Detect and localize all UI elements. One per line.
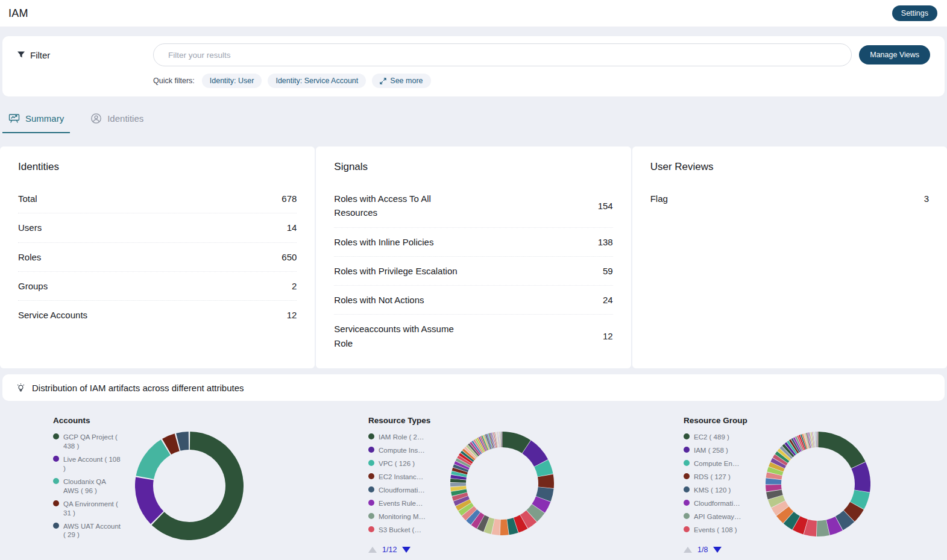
lightbulb-icon [16,383,26,393]
stat-label: Roles with Not Actions [334,293,424,307]
legend-item: VPC ( 126 ) [368,459,441,468]
stat-value: 2 [292,281,297,291]
resource-types-pagination: 1/12 [368,538,441,556]
legend-item: EC2 ( 489 ) [684,433,756,442]
quick-filter-identity-service-account[interactable]: Identity: Service Account [268,74,366,88]
resource-group-chart-title: Resource Group [684,416,946,425]
stat-value: 12 [603,331,613,341]
legend-label: Events Rule… [379,499,423,508]
legend-color-dot [684,473,690,479]
stat-row: Roles with Access To All Resources154 [334,184,612,228]
funnel-icon [17,51,25,59]
legend-label: Cloudformati… [379,486,425,495]
stat-value: 678 [282,193,297,204]
legend-color-dot [368,526,374,532]
stat-label: Total [18,192,37,206]
legend-color-dot [684,486,690,492]
stat-label: Flag [650,192,668,206]
page-down-icon[interactable] [713,547,722,553]
legend-label: KMS ( 120 ) [694,486,731,495]
summary-cards-row: Identities Total678Users14Roles650Groups… [0,146,947,368]
user-reviews-card: User Reviews Flag3 [632,146,947,368]
filter-results-input[interactable] [153,43,852,66]
distribution-title: Distribution of IAM artifacts across dif… [32,383,244,393]
legend-label: QA Environment ( 31 ) [63,500,122,518]
user-reviews-card-title: User Reviews [650,161,929,173]
stat-label: Roles with Privilege Escalation [334,264,457,278]
accounts-chart-group: Accounts GCP QA Project ( 438 )Live Acco… [0,416,315,560]
stat-label: Roles [18,250,41,264]
legend-label: Live Account ( 108 ) [63,455,122,473]
stat-row: Serviceaccounts with Assume Role12 [334,315,612,357]
legend-item: Events ( 108 ) [684,526,756,535]
legend-label: API Gateway… [694,512,741,521]
stat-row: Flag3 [650,184,929,213]
see-more-button[interactable]: See more [372,74,430,88]
stat-row: Total678 [18,184,297,213]
legend-item: Cloudanix QA AWS ( 96 ) [53,477,125,496]
stat-label: Serviceaccounts with Assume Role [334,322,474,350]
legend-item: GCP QA Project ( 438 ) [53,433,125,451]
legend-item: Live Account ( 108 ) [53,455,125,473]
stat-label: Roles with Inline Policies [334,235,433,249]
stat-row: Roles with Inline Policies138 [334,228,612,257]
legend-color-dot [684,460,690,466]
top-bar: IAM Settings [0,0,947,27]
identities-card-title: Identities [18,161,297,173]
signals-card: Signals Roles with Access To All Resourc… [316,146,631,368]
stat-label: Users [18,221,42,234]
legend-label: VPC ( 126 ) [379,459,415,468]
quick-filter-identity-user[interactable]: Identity: User [202,74,262,88]
legend-item: S3 Bucket (… [368,526,441,535]
settings-button[interactable]: Settings [892,5,937,21]
legend-color-dot [368,447,374,453]
page-up-icon[interactable] [684,547,692,553]
legend-color-dot [368,460,374,466]
stat-label: Groups [18,279,48,293]
legend-color-dot [368,500,374,506]
stat-value: 24 [603,295,613,305]
page-up-icon[interactable] [368,547,377,553]
tab-bar: Summary Identities [0,105,947,133]
quick-filters-label: Quick filters: [153,77,195,85]
stat-value: 3 [924,193,929,204]
legend-color-dot [368,486,374,492]
resource-group-chart-group: Resource Group EC2 ( 489 )IAM ( 258 )Com… [631,416,946,560]
legend-label: Compute Ins… [379,446,425,455]
legend-item: API Gateway… [684,512,756,521]
legend-item: EC2 Instanc… [368,473,441,482]
legend-label: Cloudformati… [694,499,740,508]
resource-types-chart-group: Resource Types IAM Role ( 2…Compute Ins…… [315,416,631,560]
filter-panel: Filter Manage Views Quick filters: Ident… [2,36,945,96]
stat-value: 14 [287,222,297,233]
stat-label: Roles with Access To All Resources [334,192,474,220]
manage-views-button[interactable]: Manage Views [859,45,930,64]
resource-types-donut-chart [450,432,554,556]
page-indicator: 1/8 [697,546,708,554]
legend-color-dot [684,500,690,506]
stat-value: 12 [287,310,297,320]
legend-color-dot [53,523,59,529]
page-down-icon[interactable] [402,547,411,553]
legend-color-dot [53,456,59,462]
page-title: IAM [8,7,28,20]
resource-group-pagination: 1/8 [684,538,756,556]
stat-row: Groups2 [18,272,297,301]
legend-label: AWS UAT Account ( 29 ) [63,522,122,540]
tab-summary[interactable]: Summary [2,105,70,133]
accounts-donut-chart [135,432,244,556]
legend-item: Compute En… [684,459,756,468]
person-icon [90,113,102,124]
legend-color-dot [53,433,59,439]
legend-label: EC2 ( 489 ) [694,433,729,442]
legend-label: GCP QA Project ( 438 ) [63,433,122,451]
legend-item: IAM ( 258 ) [684,446,756,455]
legend-item: QA Environment ( 31 ) [53,500,125,518]
legend-color-dot [684,447,690,453]
stat-row: Roles with Not Actions24 [334,286,612,315]
tab-identities[interactable]: Identities [84,105,149,133]
legend-label: Cloudanix QA AWS ( 96 ) [63,477,122,496]
legend-color-dot [368,513,374,519]
legend-item: Cloudformati… [684,499,756,508]
legend-item: RDS ( 127 ) [684,473,756,482]
